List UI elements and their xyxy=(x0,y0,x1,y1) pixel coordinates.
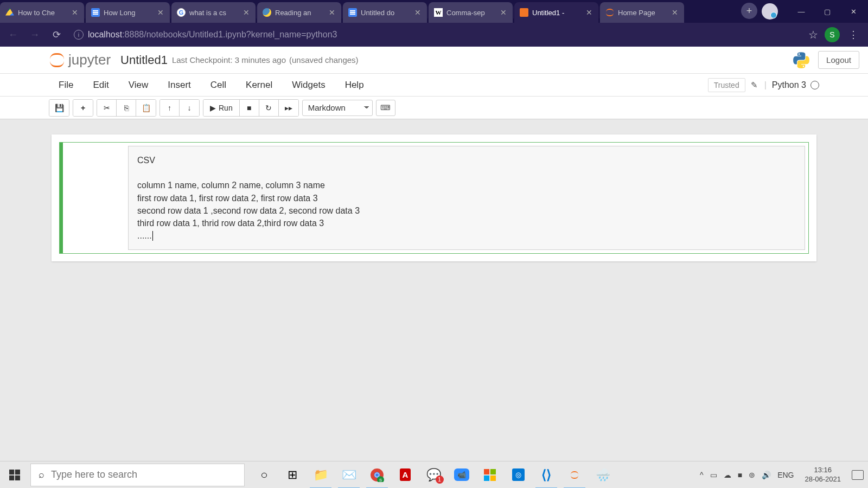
menu-help[interactable]: Help xyxy=(335,80,374,91)
browser-menu-button[interactable]: ⋮ xyxy=(846,29,860,41)
edit-mode-icon: ✎ xyxy=(751,80,758,90)
tray-battery-icon[interactable]: ■ xyxy=(738,471,742,479)
kernel-status-icon xyxy=(810,81,819,89)
tab-favicon xyxy=(520,8,528,17)
window-controls: — ▢ ✕ xyxy=(762,0,868,23)
tab-close-icon[interactable]: ✕ xyxy=(585,9,593,16)
tab-close-icon[interactable]: ✕ xyxy=(671,9,679,16)
move-up-button[interactable]: ↑ xyxy=(160,100,180,116)
copy-cell-button[interactable]: ⎘ xyxy=(117,100,136,116)
run-button[interactable]: ▶ Run xyxy=(203,100,240,116)
app-icon[interactable]: ◎ xyxy=(504,461,532,489)
browser-tab[interactable]: How to Che✕ xyxy=(0,2,84,23)
tray-display-icon[interactable]: ▭ xyxy=(710,471,717,479)
notebook-title[interactable]: Untitled1 xyxy=(120,53,168,67)
site-info-icon[interactable]: i xyxy=(74,30,84,40)
tab-close-icon[interactable]: ✕ xyxy=(242,9,250,16)
mail-icon[interactable]: ✉️ xyxy=(335,461,363,489)
menu-insert[interactable]: Insert xyxy=(158,80,201,91)
cortana-icon[interactable]: ○ xyxy=(250,461,278,489)
command-palette-button[interactable]: ⌨ xyxy=(376,100,395,116)
nav-forward-button[interactable]: → xyxy=(25,25,44,44)
notebook-cell[interactable]: CSV column 1 name, column 2 name, column… xyxy=(59,142,809,254)
tray-chevron-icon[interactable]: ^ xyxy=(700,471,704,479)
browser-tab[interactable]: Home Page✕ xyxy=(600,2,684,23)
menu-file[interactable]: File xyxy=(49,80,83,91)
checkpoint-text: Last Checkpoint: 3 minutes ago xyxy=(172,55,286,65)
restart-run-all-button[interactable]: ▸▸ xyxy=(279,100,298,116)
tab-close-icon[interactable]: ✕ xyxy=(500,9,507,16)
restart-button[interactable]: ↻ xyxy=(259,100,279,116)
menu-kernel[interactable]: Kernel xyxy=(236,80,282,91)
taskbar-apps: ○ ⊞ 📁 ✉️ S A 💬1 📹 ◎ ⟨⟩ 🌧️ xyxy=(250,461,617,489)
browser-tab[interactable]: Untitled1 - ✕ xyxy=(514,2,598,23)
nav-reload-button[interactable]: ⟳ xyxy=(47,25,66,44)
bookmark-star-icon[interactable]: ☆ xyxy=(808,28,818,41)
tray-volume-icon[interactable]: 🔊 xyxy=(762,471,771,479)
browser-profile-button[interactable] xyxy=(762,3,778,20)
tab-close-icon[interactable]: ✕ xyxy=(328,9,336,16)
maximize-button[interactable]: ▢ xyxy=(815,0,840,23)
file-explorer-icon[interactable]: 📁 xyxy=(307,461,335,489)
save-button[interactable]: 💾 xyxy=(49,100,69,116)
taskbar-search[interactable]: ⌕ xyxy=(30,464,245,486)
insert-cell-button[interactable]: + xyxy=(73,100,93,116)
interrupt-button[interactable]: ■ xyxy=(240,100,259,116)
start-button[interactable] xyxy=(0,461,29,489)
taskbar-search-input[interactable] xyxy=(51,469,237,480)
acrobat-icon[interactable]: A xyxy=(391,461,419,489)
close-window-button[interactable]: ✕ xyxy=(841,0,866,23)
whatsapp-icon[interactable]: 💬1 xyxy=(419,461,448,489)
jupyter-logo[interactable]: jupyter xyxy=(49,52,111,68)
jupyter-taskbar-icon[interactable] xyxy=(560,461,589,489)
weather-icon[interactable]: 🌧️ xyxy=(589,461,617,489)
tab-close-icon[interactable]: ✕ xyxy=(71,9,79,16)
tray-wifi-icon[interactable]: ⊚ xyxy=(749,471,755,479)
cell-type-select[interactable]: Markdown xyxy=(302,100,373,116)
tab-favicon xyxy=(5,8,14,17)
url-field[interactable]: i localhost:8888/notebooks/Untitled1.ipy… xyxy=(68,30,806,40)
tab-title: How to Che xyxy=(18,9,67,17)
svg-rect-10 xyxy=(484,469,489,474)
browser-tab[interactable]: How Long ✕ xyxy=(86,2,170,23)
jupyter-header: jupyter Untitled1 Last Checkpoint: 3 min… xyxy=(0,47,868,74)
menu-cell[interactable]: Cell xyxy=(201,80,236,91)
paste-cell-button[interactable]: 📋 xyxy=(136,100,156,116)
taskbar-clock[interactable]: 13:16 28-06-2021 xyxy=(801,466,846,484)
menu-view[interactable]: View xyxy=(119,80,158,91)
tab-title: what is a cs xyxy=(189,9,239,17)
new-tab-button[interactable]: + xyxy=(741,3,757,19)
move-down-button[interactable]: ↓ xyxy=(180,100,199,116)
menu-edit[interactable]: Edit xyxy=(83,80,118,91)
zoom-icon[interactable]: 📹 xyxy=(448,461,476,489)
browser-tab[interactable]: WComma-sep✕ xyxy=(429,2,513,23)
minimize-button[interactable]: — xyxy=(789,0,814,23)
chrome-icon[interactable]: S xyxy=(363,461,391,489)
tray-onedrive-icon[interactable]: ☁ xyxy=(724,471,731,479)
menu-widgets[interactable]: Widgets xyxy=(282,80,335,91)
browser-tab[interactable]: Gwhat is a cs✕ xyxy=(171,2,256,23)
nav-back-button[interactable]: ← xyxy=(3,25,23,44)
jupyter-toolbar: 💾 + ✂ ⎘ 📋 ↑ ↓ ▶ Run ■ ↻ ▸▸ Markdown ⌨ xyxy=(0,97,868,119)
logout-button[interactable]: Logout xyxy=(818,51,859,69)
kernel-indicator[interactable]: Python 3 xyxy=(772,80,819,90)
vscode-icon[interactable]: ⟨⟩ xyxy=(532,461,560,489)
browser-tab[interactable]: Reading an✕ xyxy=(257,2,341,23)
task-view-icon[interactable]: ⊞ xyxy=(278,461,307,489)
jupyter-logo-icon xyxy=(49,52,65,68)
svg-rect-13 xyxy=(490,475,496,480)
cut-cell-button[interactable]: ✂ xyxy=(97,100,117,116)
trusted-indicator[interactable]: Trusted xyxy=(708,78,745,92)
cell-editor[interactable]: CSV column 1 name, column 2 name, column… xyxy=(128,146,805,250)
tab-favicon xyxy=(605,8,614,17)
tab-close-icon[interactable]: ✕ xyxy=(157,9,164,16)
action-center-icon[interactable] xyxy=(852,470,864,480)
svg-rect-0 xyxy=(9,470,14,474)
jupyter-brand-text: jupyter xyxy=(68,52,111,68)
profile-avatar[interactable]: S xyxy=(825,27,840,42)
ms-store-icon[interactable] xyxy=(476,461,504,489)
tab-title: Comma-sep xyxy=(446,9,496,17)
browser-tab[interactable]: Untitled do✕ xyxy=(343,2,427,23)
tray-language[interactable]: ENG xyxy=(777,471,794,479)
tab-close-icon[interactable]: ✕ xyxy=(414,9,422,16)
